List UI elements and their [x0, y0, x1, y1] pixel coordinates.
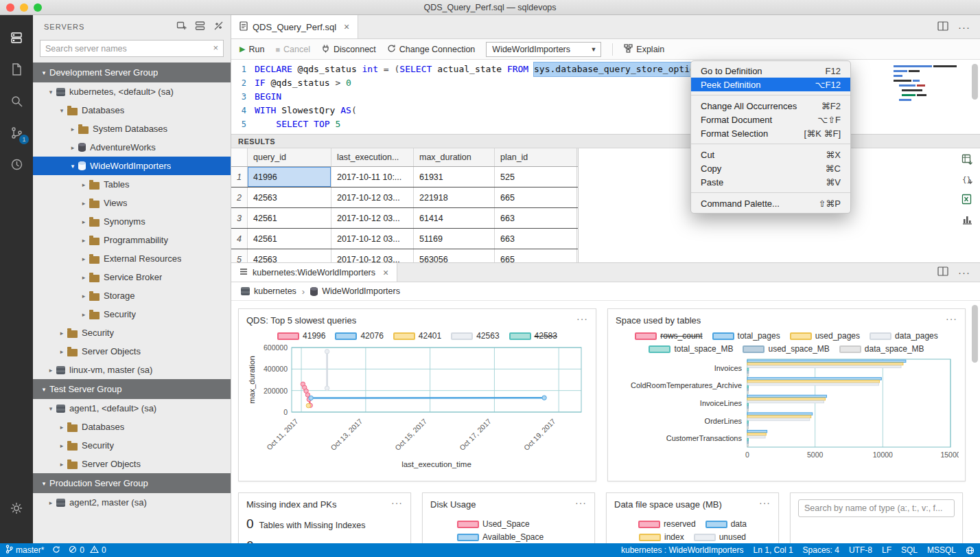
menu-item-change-all-occurrences[interactable]: Change All Occurrences⌘F2	[691, 99, 850, 113]
encoding-status[interactable]: UTF-8	[849, 545, 872, 555]
grid-cell[interactable]: 2017-10-11 10:...	[331, 167, 414, 187]
row-number[interactable]: 2	[231, 187, 248, 207]
grid-cell[interactable]: 663	[495, 208, 577, 228]
qds-line-chart[interactable]: 0200000400000600000Oct 11, 2017Oct 13, 2…	[246, 342, 590, 470]
dashboard-scrollbar[interactable]	[972, 305, 978, 363]
tree-item-databases[interactable]: ▾Databases	[33, 101, 231, 120]
split-editor-icon[interactable]	[937, 266, 948, 278]
legend-item-42563[interactable]: 42563	[451, 331, 499, 341]
chevron-right-icon[interactable]: ▸	[78, 255, 89, 262]
minimap[interactable]	[892, 62, 969, 113]
feedback-globe-icon[interactable]	[966, 546, 975, 555]
chevron-right-icon[interactable]: ▸	[56, 424, 67, 431]
zoom-window-button[interactable]	[34, 3, 42, 12]
provider-status[interactable]: MSSQL	[927, 545, 956, 555]
chevron-right-icon[interactable]: ▸	[78, 237, 89, 244]
menu-item-format-selection[interactable]: Format Selection[⌘K ⌘F]	[691, 126, 850, 140]
grid-cell[interactable]: 2017-10-12 03...	[331, 187, 414, 207]
tree-item-server-objects[interactable]: ▸Server Objects	[33, 342, 231, 361]
new-server-group-icon[interactable]	[195, 21, 205, 33]
grid-cell[interactable]: 221918	[414, 187, 495, 207]
activity-explorer-icon[interactable]	[0, 54, 33, 85]
legend-item-unused[interactable]: unused	[694, 532, 746, 542]
grid-cell[interactable]: 563056	[414, 249, 495, 262]
tree-item-security[interactable]: ▸Security	[33, 305, 231, 323]
chevron-right-icon[interactable]: ▸	[78, 293, 89, 299]
object-search-input[interactable]	[798, 499, 955, 517]
clear-search-icon[interactable]: ×	[213, 43, 218, 53]
legend-item-used-space[interactable]: Used_Space	[457, 519, 560, 529]
column-header-plan-id[interactable]: plan_id	[495, 148, 577, 166]
menu-item-format-document[interactable]: Format Document⌥⇧F	[691, 113, 850, 126]
language-status[interactable]: SQL	[901, 545, 918, 555]
space-bar-chart[interactable]: 050001000015000InvoicesColdRoomTemperatu…	[616, 355, 959, 468]
grid-cell[interactable]: 42561	[248, 208, 331, 228]
chevron-down-icon[interactable]: ▾	[38, 480, 49, 487]
column-header-last-execution[interactable]: last_execution...	[331, 148, 414, 166]
activity-servers-icon[interactable]	[0, 22, 33, 54]
chevron-right-icon[interactable]: ▸	[78, 218, 89, 225]
widget-menu-icon[interactable]: ···	[946, 315, 957, 322]
widget-menu-icon[interactable]: ···	[391, 499, 403, 506]
grid-cell[interactable]: 665	[495, 249, 577, 262]
widget-menu-icon[interactable]: ···	[759, 499, 771, 506]
editor-scrollbar[interactable]	[972, 64, 978, 100]
tab-dashboard[interactable]: kubernetes:WideWorldImporters ×	[231, 263, 397, 282]
cancel-button[interactable]: ■Cancel	[275, 45, 310, 54]
legend-item-42076[interactable]: 42076	[335, 331, 383, 341]
legend-item-used-pages[interactable]: used_pages	[790, 331, 860, 341]
legend-item-reserved[interactable]: reserved	[638, 519, 696, 529]
connection-status[interactable]: kubernetes : WideWorldImporters	[621, 545, 744, 555]
grid-cell[interactable]: 51169	[414, 229, 495, 249]
code-line[interactable]: 1DECLARE @qds_status int = (SELECT actua…	[231, 62, 980, 76]
save-as-csv-icon[interactable]	[961, 154, 973, 166]
chevron-right-icon[interactable]: ▸	[78, 274, 89, 281]
tree-item-linux-vm-master-sa[interactable]: ▸linux-vm, master (sa)	[33, 361, 231, 379]
chevron-right-icon[interactable]: ▸	[56, 348, 67, 355]
view-as-chart-icon[interactable]	[961, 214, 973, 225]
tree-item-adventureworks[interactable]: ▸AdventureWorks	[33, 138, 231, 157]
chevron-down-icon[interactable]: ▾	[38, 386, 49, 393]
activity-history-icon[interactable]	[0, 148, 33, 180]
explain-button[interactable]: Explain	[624, 44, 664, 55]
chevron-right-icon[interactable]: ▸	[56, 461, 67, 468]
tree-item-security[interactable]: ▸Security	[33, 436, 231, 455]
activity-source-control-icon[interactable]: 1	[0, 117, 33, 148]
menu-item-paste[interactable]: Paste⌘V	[691, 175, 850, 189]
tree-item-wideworldimporters[interactable]: ▾WideWorldImporters	[33, 157, 231, 175]
chevron-right-icon[interactable]: ▸	[67, 144, 78, 151]
code-line[interactable]: 3BEGIN	[231, 90, 980, 104]
tree-item-kubernetes-default-sa[interactable]: ▾kubernetes, <default> (sa)	[33, 82, 231, 101]
more-actions-icon[interactable]: ···	[958, 21, 970, 33]
widget-menu-icon[interactable]: ···	[575, 499, 587, 506]
legend-item-42583[interactable]: 42583	[509, 331, 557, 341]
menu-item-cut[interactable]: Cut⌘X	[691, 148, 850, 161]
tree-item-agent2-master-sa[interactable]: ▸agent2, master (sa)	[33, 493, 231, 512]
breadcrumb-server[interactable]: kubernetes	[241, 286, 296, 296]
grid-cell[interactable]: 42563	[248, 249, 331, 262]
grid-cell[interactable]: 2017-10-12 03...	[331, 249, 414, 262]
close-tab-icon[interactable]: ×	[344, 21, 349, 32]
chevron-right-icon[interactable]: ▸	[78, 181, 89, 188]
row-number[interactable]: 5	[231, 249, 248, 262]
active-connections-icon[interactable]	[213, 21, 224, 33]
legend-item-data[interactable]: data	[705, 519, 747, 529]
eol-status[interactable]: LF	[882, 545, 891, 555]
grid-cell[interactable]: 41996	[248, 167, 331, 187]
tab-qds-query-perf[interactable]: QDS_Query_Perf.sql ×	[231, 15, 358, 38]
database-dropdown[interactable]: WideWorldImporters ▼	[486, 42, 601, 57]
menu-item-go-to-definition[interactable]: Go to DefinitionF12	[691, 64, 850, 78]
chevron-right-icon[interactable]: ▸	[56, 330, 67, 337]
server-group-development-server-group[interactable]: ▾Development Server Group	[33, 62, 231, 82]
row-number[interactable]: 1	[231, 167, 248, 187]
grid-cell[interactable]: 665	[495, 187, 577, 207]
sync-status[interactable]	[52, 545, 60, 556]
close-window-button[interactable]	[6, 3, 14, 12]
breadcrumb-database[interactable]: WideWorldImporters	[310, 286, 400, 296]
tree-item-databases[interactable]: ▸Databases	[33, 418, 231, 436]
tree-item-storage[interactable]: ▸Storage	[33, 286, 231, 305]
chevron-right-icon[interactable]: ▸	[67, 126, 78, 133]
server-search-input[interactable]	[40, 40, 224, 57]
chevron-right-icon[interactable]: ▸	[45, 499, 56, 506]
tree-item-agent1-default-sa[interactable]: ▾agent1, <default> (sa)	[33, 399, 231, 418]
